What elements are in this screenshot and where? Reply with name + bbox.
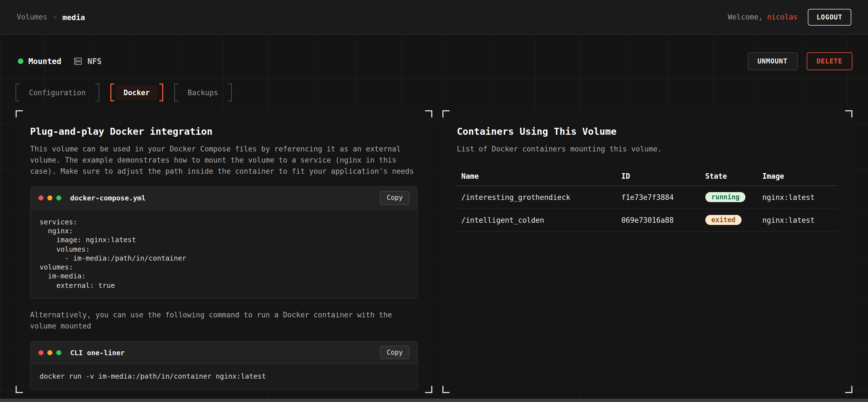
bracket-left-icon (110, 83, 114, 101)
traffic-light-green-icon (56, 350, 61, 355)
volume-actions: UNMOUNT DELETE (747, 52, 852, 70)
corner-bracket-icon (425, 386, 432, 393)
logout-button[interactable]: LOGOUT (808, 9, 851, 25)
unmount-button[interactable]: UNMOUNT (747, 52, 798, 70)
docker-panel-title: Plug-and-play Docker integration (30, 126, 418, 137)
bracket-left-icon (174, 83, 178, 101)
status-badge: exited (705, 215, 742, 225)
container-id: 069e73016a88 (617, 208, 701, 231)
main-content: Mounted NFS UNMOUNT DELET (0, 35, 868, 399)
container-image: nginx:latest (758, 208, 838, 231)
tab-label: Docker (117, 85, 157, 100)
corner-bracket-icon (845, 110, 852, 118)
bracket-right-icon (95, 83, 99, 101)
tab-docker[interactable]: Docker (110, 83, 163, 101)
bracket-left-icon (16, 83, 20, 101)
top-bar-right: Welcome, nicolas LOGOUT (728, 9, 851, 25)
cli-intro-text: Alternatively, you can use the following… (30, 309, 418, 332)
container-id: f1e73e7f3884 (617, 186, 701, 208)
containers-panel-title: Containers Using This Volume (457, 126, 838, 137)
containers-panel-subtitle: List of Docker containers mounting this … (457, 144, 838, 155)
compose-filename: docker-compose.yml (70, 194, 146, 202)
compose-code-header: docker-compose.yml Copy (31, 187, 417, 210)
scrollbar-thumb[interactable] (0, 399, 868, 402)
traffic-light-red-icon (38, 350, 43, 355)
docker-integration-panel: Plug-and-play Docker integration This vo… (16, 110, 432, 393)
compose-code: services: nginx: image: nginx:latest vol… (31, 210, 417, 298)
container-name: /intelligent_colden (457, 208, 617, 231)
docker-panel-description: This volume can be used in your Docker C… (30, 144, 418, 177)
bracket-right-icon (159, 83, 163, 101)
table-row: /interesting_grothendieck f1e73e7f3884 r… (457, 186, 838, 208)
cli-code-header: CLI one-liner Copy (31, 341, 417, 364)
panels-row: Plug-and-play Docker integration This vo… (16, 110, 852, 393)
corner-bracket-icon (442, 110, 450, 118)
top-bar: Volumes › media Welcome, nicolas LOGOUT (0, 0, 868, 35)
container-name: /interesting_grothendieck (457, 186, 617, 208)
tab-bar: Configuration Docker Backups (16, 83, 852, 101)
column-header-id: ID (617, 167, 701, 186)
container-image: nginx:latest (758, 186, 838, 208)
traffic-light-yellow-icon (48, 350, 52, 355)
table-row: /intelligent_colden 069e73016a88 exited … (457, 208, 838, 231)
containers-table: Name ID State Image /interesting_grothen… (457, 167, 838, 232)
bracket-right-icon (227, 83, 231, 101)
breadcrumb-current-volume: media (62, 12, 85, 22)
volume-status-group: Mounted NFS (16, 57, 102, 66)
volume-status-row: Mounted NFS UNMOUNT DELET (16, 52, 852, 70)
traffic-light-green-icon (56, 195, 61, 200)
tab-label: Configuration (22, 85, 93, 100)
mounted-status: Mounted (18, 57, 61, 66)
corner-bracket-icon (16, 110, 23, 118)
corner-bracket-icon (16, 386, 23, 393)
volume-type: NFS (73, 57, 102, 66)
column-header-image: Image (758, 167, 838, 186)
copy-cli-button[interactable]: Copy (380, 346, 409, 359)
corner-bracket-icon (425, 110, 432, 118)
copy-compose-button[interactable]: Copy (380, 191, 409, 205)
breadcrumb-volumes-link[interactable]: Volumes (17, 13, 48, 21)
traffic-light-red-icon (38, 195, 43, 200)
welcome-prefix: Welcome, (728, 13, 763, 21)
table-header-row: Name ID State Image (457, 167, 838, 186)
tab-label: Backups (180, 85, 225, 100)
mounted-status-dot-icon (18, 59, 23, 64)
mounted-status-label: Mounted (28, 57, 61, 66)
volume-type-label: NFS (88, 57, 102, 66)
cli-code: docker run -v im-media:/path/in/containe… (31, 364, 417, 389)
tab-configuration[interactable]: Configuration (16, 83, 99, 101)
username: nicolas (767, 13, 798, 21)
horizontal-scrollbar[interactable] (0, 399, 868, 402)
status-badge: running (705, 192, 746, 202)
corner-bracket-icon (845, 386, 852, 393)
welcome-text: Welcome, nicolas (728, 13, 798, 21)
breadcrumb-separator-icon: › (53, 13, 57, 21)
breadcrumb: Volumes › media (17, 12, 85, 22)
corner-bracket-icon (442, 386, 450, 393)
traffic-light-yellow-icon (48, 195, 52, 200)
cli-code-block: CLI one-liner Copy docker run -v im-medi… (30, 341, 418, 390)
column-header-name: Name (457, 167, 617, 186)
cli-filename: CLI one-liner (70, 348, 125, 357)
containers-panel: Containers Using This Volume List of Doc… (442, 110, 852, 393)
compose-code-block: docker-compose.yml Copy services: nginx:… (30, 186, 418, 298)
column-header-state: State (701, 167, 758, 186)
nfs-server-icon (73, 57, 83, 66)
app-root: Volumes › media Welcome, nicolas LOGOUT … (0, 0, 868, 402)
delete-button[interactable]: DELETE (806, 52, 852, 70)
tab-backups[interactable]: Backups (174, 83, 231, 101)
